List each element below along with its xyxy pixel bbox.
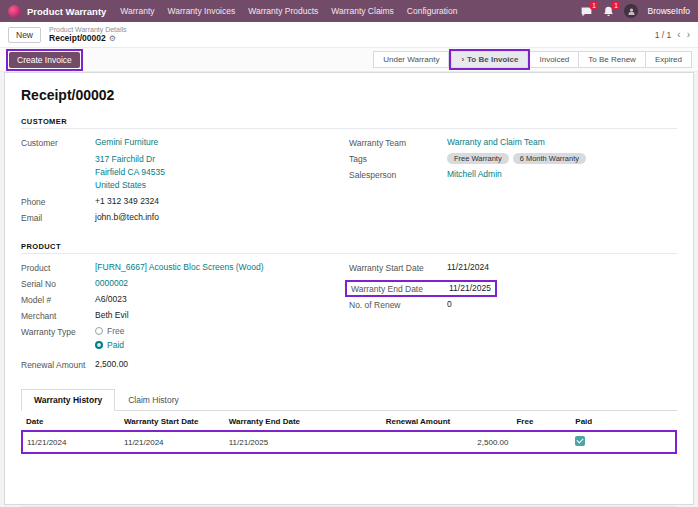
cell-free [512, 431, 571, 453]
separator [21, 253, 677, 254]
activities-badge: 1 [611, 1, 620, 10]
serial-label: Serial No [21, 278, 95, 289]
product-value[interactable]: [FURN_6667] Acoustic Bloc Screens (Wood) [95, 262, 264, 272]
messages-badge: 1 [589, 1, 598, 10]
col-date[interactable]: Date [22, 413, 120, 431]
model-value[interactable]: A6/0023 [95, 294, 127, 304]
pager-next-icon[interactable]: › [687, 29, 690, 40]
warranty-team-label: Warranty Team [349, 137, 447, 148]
customer-right-col: Warranty Team Warranty and Claim Team Ta… [349, 137, 677, 228]
renewal-label: Renewal Amount [21, 359, 95, 370]
radio-paid-icon [95, 341, 103, 349]
stage-invoiced[interactable]: Invoiced [530, 51, 579, 68]
user-name[interactable]: BrowseInfo [647, 6, 690, 16]
gear-icon[interactable]: ⚙ [109, 34, 116, 43]
tag-free-warranty: Free Warranty [447, 153, 509, 164]
renewal-value[interactable]: 2,500.00 [95, 359, 128, 369]
customer-section-title: CUSTOMER [21, 117, 677, 126]
radio-free-label: Free [107, 326, 124, 336]
stage-to-be-invoice[interactable]: ›To Be Invoice [451, 51, 528, 68]
active-stage-highlight: ›To Be Invoice [449, 49, 530, 70]
customer-left-col: Customer Gemini Furniture 317 Fairchild … [21, 137, 349, 228]
col-end-date[interactable]: Warranty End Date [225, 413, 382, 431]
merchant-value[interactable]: Beth Evil [95, 310, 129, 320]
col-renewal[interactable]: Renewal Amount [382, 413, 513, 431]
notebook-tabs: Warranty History Claim History [21, 389, 677, 411]
customer-label: Customer [21, 137, 95, 148]
menu-warranty-products[interactable]: Warranty Products [248, 6, 318, 16]
pager: 1 / 1 ‹ › [655, 29, 690, 40]
radio-paid-label: Paid [107, 340, 124, 350]
tab-warranty-history[interactable]: Warranty History [21, 389, 115, 411]
statusbar: Under Warranty ›To Be Invoice Invoiced T… [373, 51, 692, 68]
serial-value[interactable]: 0000002 [95, 278, 128, 288]
salesperson-label: Salesperson [349, 169, 447, 180]
col-paid[interactable]: Paid [571, 413, 676, 431]
tags-label: Tags [349, 153, 447, 164]
tab-claim-history[interactable]: Claim History [115, 389, 192, 411]
phone-label: Phone [21, 196, 95, 207]
col-start-date[interactable]: Warranty Start Date [120, 413, 225, 431]
warranty-team-value[interactable]: Warranty and Claim Team [447, 137, 545, 147]
record-title: Receipt/00002 [21, 87, 677, 103]
model-label: Model # [21, 294, 95, 305]
renew-count-value[interactable]: 0 [447, 299, 452, 309]
app-logo-icon[interactable] [8, 5, 21, 18]
menu-warranty[interactable]: Warranty [120, 6, 154, 16]
new-button[interactable]: New [8, 27, 41, 43]
address-line1: 317 Fairchild Dr [95, 153, 349, 166]
form-sheet: Receipt/00002 CUSTOMER Customer Gemini F… [4, 72, 694, 505]
table-header-row: Date Warranty Start Date Warranty End Da… [22, 413, 676, 431]
pager-prev-icon[interactable]: ‹ [677, 29, 680, 40]
phone-value[interactable]: +1 312 349 2324 [95, 196, 159, 206]
stage-expired[interactable]: Expired [646, 51, 692, 68]
radio-paid[interactable]: Paid [95, 340, 124, 350]
radio-free[interactable]: Free [95, 326, 124, 336]
product-section-title: PRODUCT [21, 242, 677, 251]
cell-start-date: 11/21/2024 [120, 431, 225, 453]
customer-value[interactable]: Gemini Furniture [95, 137, 158, 147]
end-date-value[interactable]: 11/21/2025 [449, 283, 491, 294]
activities-icon[interactable]: 1 [602, 5, 615, 18]
paid-checkbox[interactable] [575, 436, 585, 446]
top-navbar: Product Warranty Warranty Warranty Invoi… [0, 0, 698, 22]
address-line3: United States [95, 179, 349, 192]
start-date-label: Warranty Start Date [349, 262, 447, 273]
renew-count-label: No. of Renew [349, 299, 447, 310]
stage-under-warranty[interactable]: Under Warranty [373, 51, 449, 68]
user-avatar[interactable] [624, 4, 638, 18]
create-invoice-highlight: Create Invoice [6, 49, 83, 71]
radio-free-icon [95, 327, 103, 335]
menu-configuration[interactable]: Configuration [407, 6, 458, 16]
action-bar: Create Invoice Under Warranty ›To Be Inv… [0, 48, 698, 72]
customer-columns: Customer Gemini Furniture 317 Fairchild … [21, 137, 677, 228]
breadcrumb-current: Receipt/00002 [49, 34, 106, 44]
menu-warranty-invoices[interactable]: Warranty Invoices [168, 6, 236, 16]
warranty-history-table: Date Warranty Start Date Warranty End Da… [21, 413, 677, 454]
product-left-col: Product [FURN_6667] Acoustic Bloc Screen… [21, 262, 349, 375]
navbar-right: 1 1 BrowseInfo [580, 4, 690, 18]
messages-icon[interactable]: 1 [580, 5, 593, 18]
stage-to-be-renew[interactable]: To Be Renew [579, 51, 646, 68]
customer-address: 317 Fairchild Dr Fairfield CA 94535 Unit… [95, 153, 349, 191]
salesperson-value[interactable]: Mitchell Admin [447, 169, 502, 179]
cell-paid [571, 431, 676, 453]
create-invoice-button[interactable]: Create Invoice [9, 52, 80, 68]
cell-end-date: 11/21/2025 [225, 431, 382, 453]
merchant-label: Merchant [21, 310, 95, 321]
email-value[interactable]: john.b@tech.info [95, 212, 159, 222]
table-row[interactable]: 11/21/2024 11/21/2024 11/21/2025 2,500.0… [22, 431, 676, 453]
end-date-highlight: Warranty End Date 11/21/2025 [345, 280, 497, 297]
chevron-right-icon: › [461, 55, 464, 64]
col-free[interactable]: Free [512, 413, 571, 431]
cell-renewal: 2,500.00 [382, 431, 513, 453]
menu-warranty-claims[interactable]: Warranty Claims [331, 6, 394, 16]
email-label: Email [21, 212, 95, 223]
product-right-col: Warranty Start Date 11/21/2024 Warranty … [349, 262, 677, 375]
warranty-type-label: Warranty Type [21, 326, 95, 337]
start-date-value[interactable]: 11/21/2024 [447, 262, 489, 272]
pager-count: 1 / 1 [655, 30, 672, 40]
tag-6-month-warranty: 6 Month Warranty [513, 153, 586, 164]
app-window: Product Warranty Warranty Warranty Invoi… [0, 0, 698, 505]
end-date-label: Warranty End Date [351, 283, 449, 294]
